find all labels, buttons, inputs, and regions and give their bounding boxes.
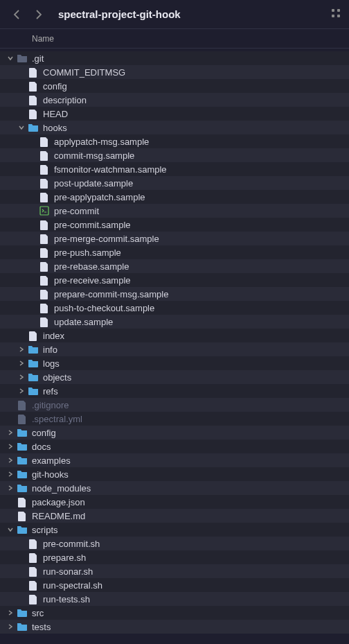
file-label: .git — [32, 53, 44, 64]
chevron-placeholder — [17, 81, 26, 91]
folder-icon — [17, 482, 28, 494]
file-label: run-spectral.sh — [43, 580, 102, 591]
file-row[interactable]: scripts — [0, 523, 349, 537]
chevron-right-icon[interactable] — [17, 372, 26, 382]
file-row[interactable]: run-spectral.sh — [0, 578, 349, 592]
file-row[interactable]: tests — [0, 620, 349, 634]
file-row[interactable]: git-hooks — [0, 467, 349, 481]
file-icon — [28, 552, 39, 563]
file-row[interactable]: description — [0, 93, 349, 107]
chevron-down-icon[interactable] — [6, 525, 15, 534]
file-row[interactable]: refs — [0, 384, 349, 398]
file-row[interactable]: update.sample — [0, 315, 349, 329]
header: spectral-project-git-hook — [0, 0, 349, 29]
file-label: config — [43, 81, 67, 92]
file-label: pre-applypatch.sample — [54, 192, 145, 202]
file-label: push-to-checkout.sample — [54, 303, 154, 313]
view-options-button[interactable] — [331, 8, 341, 20]
svg-rect-1 — [337, 9, 340, 12]
file-row[interactable]: HEAD — [0, 107, 349, 121]
file-icon — [28, 538, 39, 549]
file-label: hooks — [43, 123, 67, 133]
file-label: pre-receive.sample — [54, 275, 131, 286]
chevron-placeholder — [28, 275, 37, 285]
file-row[interactable]: objects — [0, 370, 349, 384]
folder-icon — [28, 122, 39, 133]
chevron-placeholder — [28, 220, 37, 229]
file-row[interactable]: .gitignore — [0, 398, 349, 412]
file-row[interactable]: run-sonar.sh — [0, 564, 349, 578]
file-label: .spectral.yml — [32, 414, 82, 424]
file-label: src — [32, 608, 44, 618]
file-row[interactable]: run-tests.sh — [0, 592, 349, 606]
file-row[interactable]: docs — [0, 440, 349, 453]
file-row[interactable]: commit-msg.sample — [0, 148, 349, 162]
file-label: examples — [32, 455, 71, 466]
file-row[interactable]: prepare-commit-msg.sample — [0, 287, 349, 301]
file-icon — [39, 288, 50, 299]
file-row[interactable]: pre-commit — [0, 204, 349, 218]
file-label: run-sonar.sh — [43, 566, 93, 577]
file-row[interactable]: pre-commit.sh — [0, 537, 349, 550]
chevron-right-icon[interactable] — [6, 622, 15, 632]
file-row[interactable]: pre-receive.sample — [0, 273, 349, 287]
file-row[interactable]: src — [0, 606, 349, 620]
file-label: logs — [43, 358, 60, 369]
file-row[interactable]: node_modules — [0, 481, 349, 495]
chevron-down-icon[interactable] — [6, 53, 15, 63]
file-row[interactable]: pre-commit.sample — [0, 218, 349, 232]
chevron-right-icon[interactable] — [6, 608, 15, 618]
file-row[interactable]: hooks — [0, 121, 349, 134]
file-label: package.json — [32, 497, 85, 507]
file-row[interactable]: config — [0, 79, 349, 93]
chevron-right-icon[interactable] — [17, 345, 26, 354]
file-row[interactable]: package.json — [0, 495, 349, 509]
chevron-placeholder — [28, 234, 37, 243]
file-row[interactable]: pre-push.sample — [0, 245, 349, 259]
chevron-right-icon[interactable] — [17, 358, 26, 368]
file-row[interactable]: pre-applypatch.sample — [0, 190, 349, 204]
chevron-placeholder — [17, 67, 26, 77]
chevron-placeholder — [28, 206, 37, 216]
file-row[interactable]: applypatch-msg.sample — [0, 134, 349, 148]
file-row[interactable]: post-update.sample — [0, 176, 349, 190]
file-label: pre-merge-commit.sample — [54, 234, 159, 244]
chevron-right-icon[interactable] — [6, 442, 15, 451]
file-row[interactable]: examples — [0, 453, 349, 467]
file-row[interactable]: pre-rebase.sample — [0, 259, 349, 273]
file-row[interactable]: README.md — [0, 509, 349, 523]
file-row[interactable]: logs — [0, 356, 349, 370]
folder-icon — [28, 372, 39, 383]
file-row[interactable]: prepare.sh — [0, 550, 349, 564]
file-icon — [39, 164, 50, 175]
file-icon — [28, 94, 39, 105]
back-button[interactable] — [8, 6, 25, 23]
file-row[interactable]: COMMIT_EDITMSG — [0, 65, 349, 79]
folder-icon — [17, 607, 28, 618]
chevron-placeholder — [28, 303, 37, 313]
file-row[interactable]: pre-merge-commit.sample — [0, 232, 349, 245]
chevron-right-icon[interactable] — [6, 428, 15, 437]
file-label: index — [43, 331, 64, 341]
chevron-right-icon[interactable] — [6, 469, 15, 479]
chevron-right-icon[interactable] — [17, 386, 26, 396]
file-row[interactable]: .git — [0, 51, 349, 65]
file-label: run-tests.sh — [43, 594, 90, 604]
file-row[interactable]: push-to-checkout.sample — [0, 301, 349, 315]
file-row[interactable]: config — [0, 426, 349, 440]
column-header-name[interactable]: Name — [0, 29, 349, 49]
file-row[interactable]: .spectral.yml — [0, 412, 349, 426]
file-row[interactable]: index — [0, 329, 349, 342]
svg-rect-3 — [337, 15, 340, 17]
file-label: config — [32, 428, 56, 438]
file-row[interactable]: info — [0, 342, 349, 356]
chevron-down-icon[interactable] — [17, 123, 26, 132]
forward-button[interactable] — [30, 6, 47, 23]
chevron-right-icon[interactable] — [6, 483, 15, 493]
file-icon — [39, 136, 50, 147]
file-icon — [39, 302, 50, 313]
file-label: git-hooks — [32, 469, 69, 480]
chevron-right-icon[interactable] — [6, 455, 15, 465]
file-icon — [39, 150, 50, 161]
file-row[interactable]: fsmonitor-watchman.sample — [0, 162, 349, 176]
